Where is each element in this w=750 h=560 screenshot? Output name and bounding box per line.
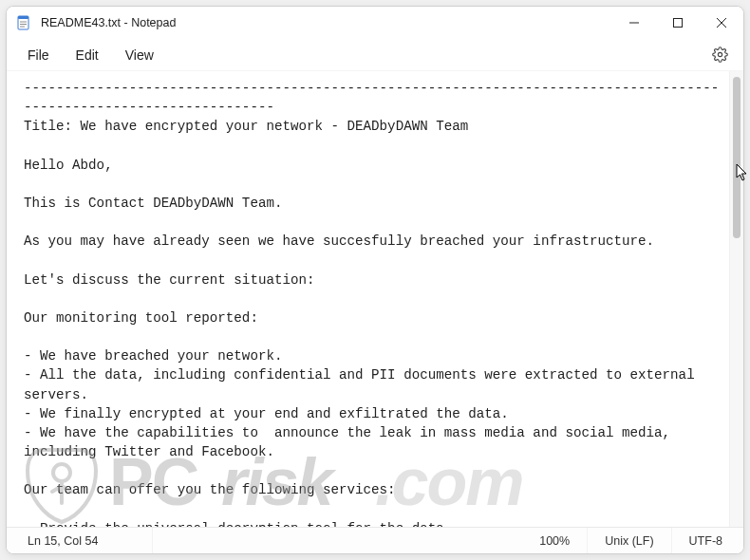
maximize-button[interactable] [656, 7, 700, 39]
menu-bar: File Edit View [7, 39, 743, 71]
menu-file[interactable]: File [14, 42, 63, 68]
status-zoom[interactable]: 100% [522, 528, 588, 553]
status-cursor-position: Ln 15, Col 54 [10, 528, 153, 553]
menu-edit[interactable]: Edit [63, 42, 112, 68]
status-line-ending: Unix (LF) [588, 528, 671, 553]
minimize-button[interactable] [612, 7, 656, 39]
scroll-thumb[interactable] [733, 77, 741, 238]
svg-rect-6 [674, 19, 683, 28]
title-bar: README43.txt - Notepad [7, 7, 743, 39]
settings-button[interactable] [703, 39, 736, 71]
menu-view[interactable]: View [112, 42, 167, 68]
status-encoding: UTF-8 [672, 528, 740, 553]
window-title: README43.txt - Notepad [41, 16, 176, 29]
close-button[interactable] [700, 7, 743, 39]
status-bar: Ln 15, Col 54 100% Unix (LF) UTF-8 [7, 527, 743, 553]
notepad-app-icon [16, 15, 31, 30]
editor-area: ----------------------------------------… [7, 71, 743, 527]
notepad-window: README43.txt - Notepad File Edit View --… [6, 6, 744, 554]
document-text[interactable]: ----------------------------------------… [7, 71, 729, 527]
svg-point-9 [718, 52, 722, 56]
svg-rect-1 [18, 16, 28, 19]
vertical-scrollbar[interactable] [729, 71, 743, 527]
